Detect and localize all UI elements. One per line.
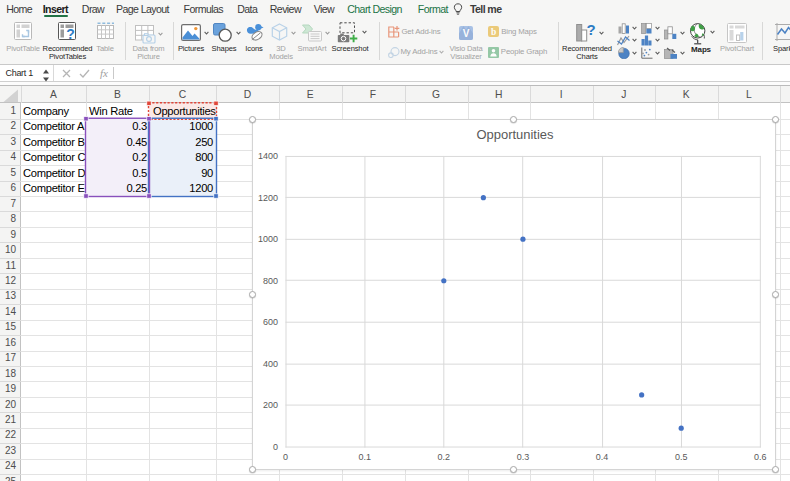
svg-text:1200: 1200 (258, 193, 278, 203)
svg-text:0.2: 0.2 (438, 452, 450, 462)
svg-text:600: 600 (263, 317, 278, 327)
svg-text:0.3: 0.3 (517, 452, 529, 462)
svg-text:0.6: 0.6 (754, 452, 766, 462)
svg-text:0: 0 (273, 442, 278, 452)
svg-text:?: ? (66, 26, 75, 42)
svg-text:0.4: 0.4 (596, 452, 608, 462)
svg-text:b: b (491, 27, 496, 37)
svg-text:1400: 1400 (258, 151, 278, 161)
svg-text:800: 800 (263, 276, 278, 286)
svg-text:?: ? (586, 23, 595, 38)
svg-text:200: 200 (263, 400, 278, 410)
svg-text:Opportunities: Opportunities (476, 127, 554, 142)
svg-text:V: V (463, 28, 470, 39)
svg-text:0.5: 0.5 (675, 452, 687, 462)
svg-text:0.1: 0.1 (358, 452, 370, 462)
svg-text:400: 400 (263, 359, 278, 369)
svg-text:0: 0 (283, 452, 288, 462)
svg-text:1000: 1000 (258, 234, 278, 244)
